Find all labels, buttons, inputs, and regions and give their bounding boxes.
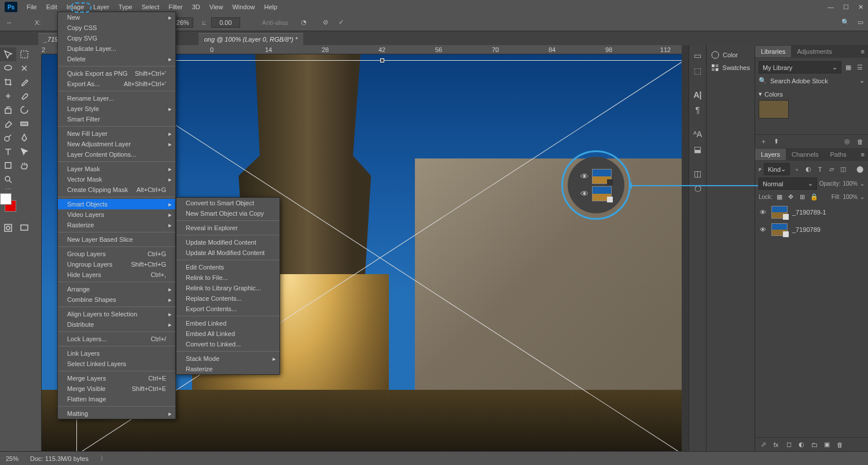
doc-info[interactable]: Doc: 115.3M/0 bytes <box>30 455 89 462</box>
adjustment-layer-icon[interactable]: ◐ <box>797 440 806 449</box>
quick-mask-tool[interactable] <box>0 221 16 235</box>
document-tab-2[interactable]: ong @ 100% (Layer 0, RGB/8*) * <box>198 33 304 45</box>
color-panel-tab[interactable]: Color <box>710 49 751 61</box>
layer-thumbnail[interactable] <box>771 206 788 219</box>
zoom-level[interactable]: 25% <box>6 455 19 462</box>
blend-mode-combo[interactable]: Normal⌄ <box>759 178 817 190</box>
zoom-tool[interactable] <box>0 172 16 186</box>
layer-item[interactable]: 👁 _7190789 <box>755 221 868 238</box>
menu-filter[interactable]: Filter <box>164 1 187 13</box>
menu-item-new[interactable]: New▸ <box>58 12 175 23</box>
cancel-transform-icon[interactable]: ⊘ <box>323 19 328 26</box>
menu-item-delete[interactable]: Delete▸ <box>58 54 175 64</box>
lasso-tool[interactable] <box>0 61 16 75</box>
filter-smart-icon[interactable]: ◫ <box>838 165 848 174</box>
menu-item-convert-to-smart-object[interactable]: Convert to Smart Object <box>176 198 279 208</box>
menu-item-hide-layers[interactable]: Hide LayersCtrl+, <box>58 270 175 280</box>
filter-toggle[interactable]: ⬤ <box>855 165 865 174</box>
menu-item-duplicate-layer-[interactable]: Duplicate Layer... <box>58 43 175 54</box>
workspace-switcher-icon[interactable]: ▭ <box>858 19 863 26</box>
antialias-checkbox[interactable]: Anti-alias <box>262 19 288 26</box>
hand-tool[interactable] <box>16 158 32 172</box>
visibility-toggle-icon[interactable]: 👁 <box>759 209 767 216</box>
layer-name[interactable]: _7190789-1 <box>792 209 826 216</box>
layer-filter-kind[interactable]: Kind⌄ <box>764 163 790 175</box>
menu-item-create-clipping-mask[interactable]: Create Clipping MaskAlt+Ctrl+G <box>58 184 175 195</box>
menu-item-stack-mode[interactable]: Stack Mode▸ <box>176 353 279 364</box>
search-stock-input[interactable]: 🔍Search Adobe Stock⌄ <box>759 77 865 84</box>
menu-item-embed-all-linked[interactable]: Embed All Linked <box>176 329 279 339</box>
paragraph-panel-icon[interactable]: ¶ <box>696 105 700 115</box>
tool-preset-icon[interactable]: ↔ <box>5 18 14 27</box>
menu-item-export-contents-[interactable]: Export Contents... <box>176 304 279 314</box>
eraser-tool[interactable] <box>0 117 16 131</box>
eyedropper-tool[interactable] <box>16 75 32 89</box>
clone-tool[interactable] <box>0 103 16 117</box>
menu-item-new-fill-layer[interactable]: New Fill Layer▸ <box>58 128 175 139</box>
channels-tab[interactable]: Channels <box>786 149 824 160</box>
menu-file[interactable]: File <box>22 1 42 13</box>
menu-layer[interactable]: Layer <box>89 1 114 13</box>
adjustments-tab[interactable]: Adjustments <box>791 46 838 57</box>
menu-item-relink-to-library-graphic-[interactable]: Relink to Library Graphic... <box>176 283 279 293</box>
glyphs-panel-icon[interactable]: ᴬA <box>693 130 702 139</box>
menu-type[interactable]: Type <box>114 1 137 13</box>
menu-item-update-all-modified-content[interactable]: Update All Modified Content <box>176 248 279 258</box>
menu-item-merge-visible[interactable]: Merge VisibleShift+Ctrl+E <box>58 383 175 394</box>
menu-item-vector-mask[interactable]: Vector Mask▸ <box>58 174 175 184</box>
filter-adjust-icon[interactable]: ◐ <box>804 165 813 174</box>
menu-item-rasterize[interactable]: Rasterize▸ <box>58 220 175 230</box>
libraries-sync-icon[interactable]: ◎ <box>843 137 852 146</box>
menu-item-replace-contents-[interactable]: Replace Contents... <box>176 293 279 304</box>
menu-image[interactable]: Image <box>62 1 89 13</box>
library-color-swatch[interactable] <box>759 100 789 119</box>
fill-value[interactable]: 100% <box>843 194 858 200</box>
panel-menu-icon[interactable]: ≡ <box>858 48 868 55</box>
layer-mask-icon[interactable]: ◻ <box>784 440 793 449</box>
healing-tool[interactable] <box>0 89 16 103</box>
angle-field[interactable]: 0.00 <box>211 17 240 28</box>
menu-item-matting[interactable]: Matting▸ <box>58 408 175 419</box>
list-view-icon[interactable]: ☰ <box>855 63 865 72</box>
menu-item-layer-mask[interactable]: Layer Mask▸ <box>58 164 175 174</box>
menu-item-convert-to-linked-[interactable]: Convert to Linked... <box>176 339 279 349</box>
delete-library-item-icon[interactable]: 🗑 <box>855 137 865 146</box>
marquee-tool[interactable] <box>16 47 32 61</box>
dodge-tool[interactable] <box>0 131 16 145</box>
brush-tool[interactable] <box>16 89 32 103</box>
filter-type-icon[interactable]: T <box>815 165 825 174</box>
link-layers-icon[interactable]: ⬀ <box>759 440 768 449</box>
properties-panel-icon[interactable]: ⬚ <box>694 66 701 75</box>
vertical-ruler[interactable] <box>32 54 42 451</box>
layer-group-icon[interactable]: 🗀 <box>810 440 819 449</box>
menu-help[interactable]: Help <box>260 1 282 13</box>
screen-mode-tool[interactable] <box>16 221 32 235</box>
warp-icon[interactable]: ◔ <box>301 19 307 26</box>
grid-view-icon[interactable]: ▦ <box>844 63 853 72</box>
new-layer-icon[interactable]: ▣ <box>822 440 832 449</box>
menu-item-relink-to-file-[interactable]: Relink to File... <box>176 272 279 283</box>
menu-window[interactable]: Window <box>227 1 259 13</box>
lock-artboard-icon[interactable]: ⊞ <box>798 192 807 201</box>
filter-pixel-icon[interactable]: ▫ <box>792 165 801 174</box>
swatches-panel-tab[interactable]: Swatches <box>710 61 751 74</box>
filter-shape-icon[interactable]: ▱ <box>827 165 836 174</box>
layer-item[interactable]: 👁 _7190789-1 <box>755 204 868 221</box>
layers-tab[interactable]: Layers <box>755 149 786 160</box>
paths-tab[interactable]: Paths <box>825 149 852 160</box>
menu-item-new-smart-object-via-copy[interactable]: New Smart Object via Copy <box>176 208 279 219</box>
styles-panel-icon[interactable]: ⬓ <box>694 145 701 154</box>
menu-item-rasterize[interactable]: Rasterize <box>176 364 279 374</box>
lock-position-icon[interactable]: ✥ <box>786 192 796 201</box>
search-icon[interactable]: 🔍 <box>841 19 849 26</box>
colors-accordion[interactable]: ▾Colors <box>759 90 865 98</box>
menu-select[interactable]: Select <box>137 1 164 13</box>
move-tool[interactable] <box>0 47 16 61</box>
color-swatch[interactable] <box>0 192 16 213</box>
menu-item-lock-layers-[interactable]: Lock Layers...Ctrl+/ <box>58 334 175 344</box>
menu-item-new-layer-based-slice[interactable]: New Layer Based Slice <box>58 234 175 245</box>
pen-tool[interactable] <box>16 131 32 145</box>
menu-item-edit-contents[interactable]: Edit Contents <box>176 262 279 272</box>
menu-item-export-as-[interactable]: Export As...Alt+Shift+Ctrl+' <box>58 79 175 89</box>
path-select-tool[interactable] <box>16 145 32 158</box>
